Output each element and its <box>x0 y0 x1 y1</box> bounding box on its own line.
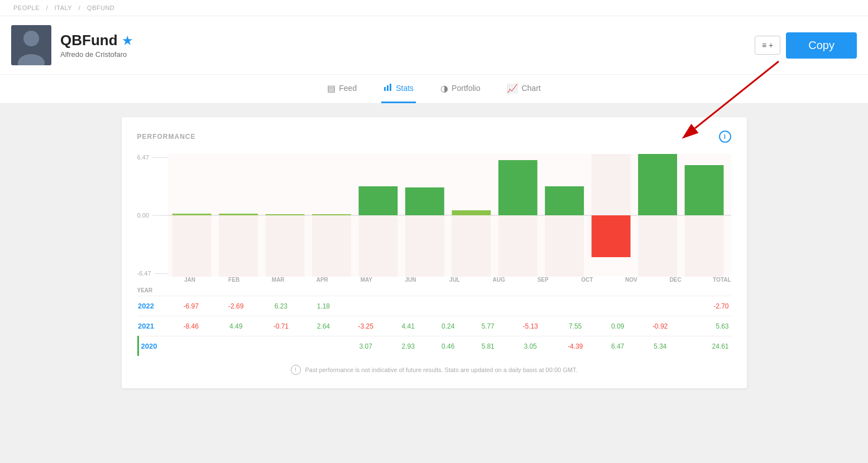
main-content: PERFORMANCE i 6.47 0.00 -6.47 <box>99 104 769 402</box>
val-2021-jun: 4.41 <box>389 316 428 336</box>
val-2022-nov <box>598 296 637 316</box>
bar-mar <box>265 214 304 215</box>
val-2021-dec: -0.92 <box>637 316 683 336</box>
total-2022: -2.70 <box>683 296 731 316</box>
val-2021-sep: -5.13 <box>508 316 553 336</box>
svg-point-1 <box>23 31 39 46</box>
fund-manager: Alfredo de Cristofaro <box>60 50 132 59</box>
performance-header: PERFORMANCE i <box>137 131 731 143</box>
header-left: QBFund ★ Alfredo de Cristofaro <box>11 25 132 65</box>
chart-svg <box>168 154 731 277</box>
svg-rect-3 <box>384 87 386 91</box>
header-right: ≡ + Copy <box>755 32 857 59</box>
val-2021-apr: 2.64 <box>304 316 343 336</box>
val-2020-aug: 5.81 <box>468 336 507 356</box>
menu-button[interactable]: ≡ + <box>755 36 780 55</box>
val-2020-mar <box>258 336 304 356</box>
breadcrumb-people[interactable]: PEOPLE <box>13 4 40 11</box>
bar-apr <box>312 214 351 215</box>
val-2020-sep: 3.05 <box>508 336 553 356</box>
val-2020-feb <box>214 336 259 356</box>
tab-chart-label: Chart <box>521 84 540 93</box>
feed-icon: ▤ <box>327 83 335 94</box>
year-2020[interactable]: 2020 <box>138 336 169 356</box>
val-2022-feb: -2.69 <box>214 296 259 316</box>
favorite-star-icon[interactable]: ★ <box>122 34 132 47</box>
col-jan: JAN <box>168 277 212 283</box>
breadcrumb-sep1: / <box>46 4 50 11</box>
performance-title: PERFORMANCE <box>137 133 196 141</box>
y-axis-bottom: -6.47 <box>137 270 151 277</box>
y-axis-mid: 0.00 <box>137 212 149 219</box>
bar-nov <box>638 154 677 215</box>
bar-dec-bg <box>684 215 723 277</box>
info-icon[interactable]: i <box>719 131 731 143</box>
tab-feed[interactable]: ▤ Feed <box>325 75 359 103</box>
svg-rect-5 <box>390 84 391 91</box>
performance-card: PERFORMANCE i 6.47 0.00 -6.47 <box>122 117 747 388</box>
svg-rect-4 <box>387 85 389 91</box>
val-2022-mar: 6.23 <box>258 296 304 316</box>
tab-portfolio-label: Portfolio <box>452 84 480 93</box>
bar-aug-bg <box>498 215 537 277</box>
val-2020-jul: 0.46 <box>428 336 468 356</box>
header-info: QBFund ★ Alfredo de Cristofaro <box>60 32 132 59</box>
chart-line-icon: 📈 <box>507 83 518 94</box>
val-2020-may: 3.07 <box>343 336 389 356</box>
val-2021-jul: 0.24 <box>428 316 468 336</box>
fund-title: QBFund ★ <box>60 32 132 49</box>
bar-feb <box>219 214 258 215</box>
total-2021: 5.63 <box>683 316 731 336</box>
breadcrumb-italy[interactable]: ITALY <box>55 4 72 11</box>
tab-feed-label: Feed <box>339 84 357 93</box>
bar-jul <box>452 210 491 215</box>
disclaimer: ! Past performance is not indicative of … <box>137 365 731 375</box>
bar-oct <box>591 215 630 257</box>
disclaimer-icon: ! <box>291 365 301 375</box>
col-year-header: YEAR <box>137 287 168 293</box>
tab-bar: ▤ Feed Stats ◑ Portfolio 📈 Chart <box>0 75 868 104</box>
col-feb: FEB <box>212 277 256 283</box>
tab-chart[interactable]: 📈 Chart <box>505 75 543 103</box>
val-2020-jun: 2.93 <box>389 336 428 356</box>
val-2020-oct: -4.39 <box>553 336 598 356</box>
val-2021-oct: 7.55 <box>553 316 598 336</box>
menu-icon: ≡ <box>762 41 766 50</box>
year-2022[interactable]: 2022 <box>138 296 169 316</box>
col-sep: SEP <box>521 277 565 283</box>
year-2021[interactable]: 2021 <box>138 316 169 336</box>
val-2020-jan <box>169 336 214 356</box>
tab-stats[interactable]: Stats <box>381 75 416 103</box>
col-jun: JUN <box>389 277 433 283</box>
val-2021-may: -3.25 <box>343 316 389 336</box>
val-2022-aug <box>468 296 507 316</box>
val-2020-nov: 6.47 <box>598 336 637 356</box>
table-row-2021: 2021 -8.46 4.49 -0.71 2.64 -3.25 4.41 0.… <box>138 316 731 336</box>
col-aug: AUG <box>477 277 521 283</box>
col-may: MAY <box>344 277 389 283</box>
total-2020: 24.61 <box>683 336 731 356</box>
bar-apr-bg <box>312 215 351 277</box>
bar-nov-bg <box>638 215 677 277</box>
bar-jan <box>172 214 211 215</box>
month-labels-row: JAN FEB MAR APR MAY JUN JUL AUG SEP OCT … <box>168 277 731 283</box>
breadcrumb-sep2: / <box>79 4 83 11</box>
col-mar: MAR <box>256 277 300 283</box>
tab-portfolio[interactable]: ◑ Portfolio <box>438 75 482 103</box>
bar-aug <box>498 160 537 215</box>
copy-button[interactable]: Copy <box>786 32 857 59</box>
bar-jun <box>405 187 444 215</box>
y-axis-top: 6.47 <box>137 154 149 161</box>
breadcrumb-qbfund[interactable]: QBFUND <box>87 4 114 11</box>
val-2021-jan: -8.46 <box>169 316 214 336</box>
table-row-2020: 2020 3.07 2.93 0.46 5.81 3.05 -4.39 6.47… <box>138 336 731 356</box>
avatar <box>11 25 51 65</box>
bar-may <box>358 186 397 215</box>
bar-feb-bg <box>219 215 258 277</box>
bar-jun-bg <box>405 215 444 277</box>
col-total: TOTAL <box>698 277 731 283</box>
bar-may-bg <box>358 215 397 277</box>
breadcrumb: PEOPLE / ITALY / QBFUND <box>0 0 868 16</box>
val-2022-jan: -6.97 <box>169 296 214 316</box>
bar-dec <box>684 165 723 215</box>
